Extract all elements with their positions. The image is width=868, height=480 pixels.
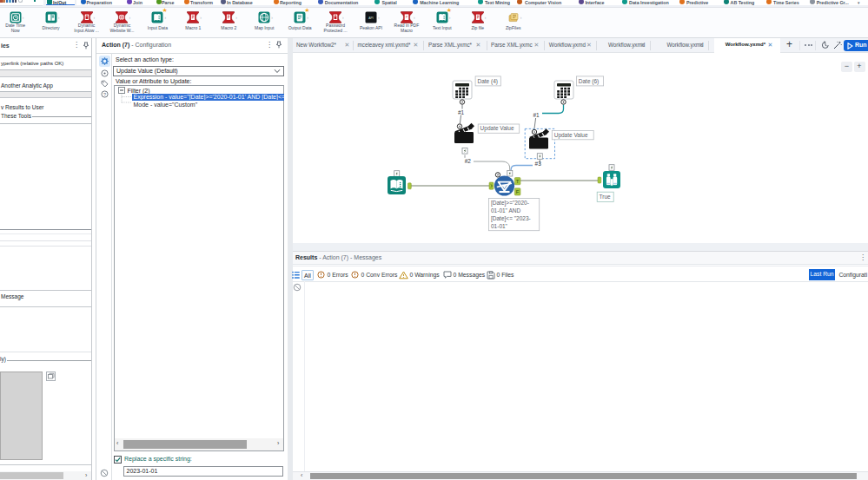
svg-text:Update Value: Update Value — [554, 132, 588, 139]
svg-text:T: T — [516, 179, 520, 184]
svg-text:F: F — [516, 189, 520, 194]
svg-text:#2: #2 — [465, 158, 472, 164]
svg-text:[Date]<= "2023-: [Date]<= "2023- — [491, 215, 531, 222]
svg-text:?: ? — [103, 92, 106, 97]
svg-text:01-01" AND: 01-01" AND — [491, 207, 520, 214]
svg-text:01-01": 01-01" — [491, 223, 508, 229]
svg-text:API: API — [368, 16, 374, 20]
svg-text:P: P — [406, 16, 407, 19]
svg-text:#1: #1 — [458, 109, 465, 115]
svg-text:[Date]>="2020-: [Date]>="2020- — [491, 200, 529, 207]
svg-text:Date (6): Date (6) — [579, 78, 599, 85]
svg-text:Update Value: Update Value — [480, 125, 514, 132]
svg-text:True: True — [600, 194, 612, 200]
svg-text:Date (4): Date (4) — [478, 78, 498, 85]
svg-text:#3: #3 — [535, 161, 542, 167]
svg-text:#1: #1 — [533, 112, 540, 118]
